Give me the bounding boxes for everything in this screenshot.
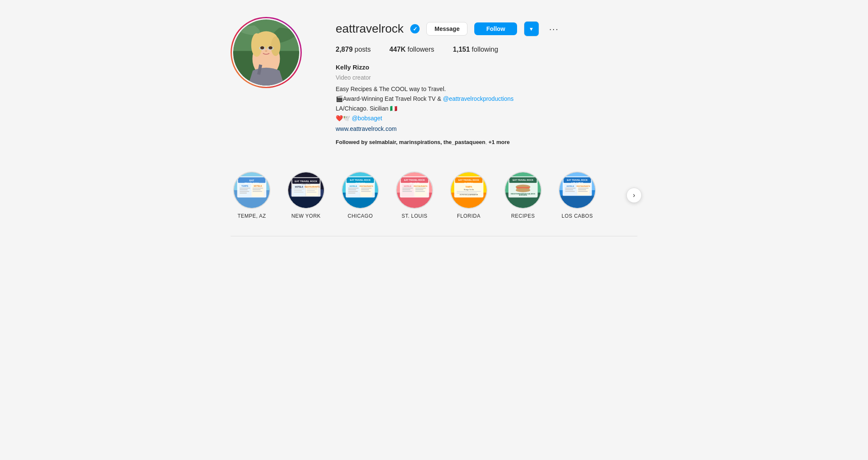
chevron-right-icon: › — [633, 191, 635, 199]
bio-name: Kelly Rizzo — [336, 63, 637, 72]
svg-rect-82 — [402, 191, 412, 192]
svg-text:BURGERS: BURGERS — [519, 194, 527, 196]
svg-rect-68 — [361, 189, 369, 190]
highlight-image-newyork: EAT TRAVEL ROCK New York HOTELS RESTAURA… — [288, 172, 324, 208]
avatar-ring[interactable] — [231, 17, 302, 88]
svg-rect-122 — [565, 188, 576, 188]
bio-category: Video creator — [336, 73, 637, 82]
highlight-stlouis[interactable]: EAT TRAVEL ROCK ST. LOUIS HOTELS RESTAUR… — [393, 172, 436, 219]
bio-website[interactable]: www.eattravelrock.com — [336, 124, 637, 134]
svg-point-9 — [271, 36, 280, 56]
bio-line2-text: 🎬Award-Winning Eat Travel Rock TV & — [336, 95, 441, 102]
svg-point-14 — [265, 50, 267, 52]
more-options-button[interactable]: ··· — [546, 22, 562, 36]
svg-text:EAT: EAT — [249, 179, 254, 182]
svg-rect-26 — [239, 191, 249, 192]
highlight-image-chicago: EAT TRAVEL ROCK CHICAGO HOTELS RESTAURAN… — [342, 172, 378, 208]
following-stat[interactable]: 1,151 following — [453, 46, 498, 53]
svg-rect-27 — [239, 193, 247, 194]
highlight-label-loscabos: LOS CABOS — [562, 213, 593, 219]
svg-rect-66 — [348, 193, 355, 194]
highlights-row: EAT TRAVEL ROCK TEMPE HOTELS — [231, 167, 637, 223]
svg-text:RESTAURANTS: RESTAURANTS — [414, 185, 427, 187]
followed-by-users[interactable]: selmablair, marinspirations, the_pastaqu… — [369, 139, 486, 145]
highlight-circle-stlouis: EAT TRAVEL ROCK ST. LOUIS HOTELS RESTAUR… — [396, 172, 433, 209]
highlight-image-stlouis: EAT TRAVEL ROCK ST. LOUIS HOTELS RESTAUR… — [397, 172, 432, 208]
section-divider — [231, 236, 637, 236]
svg-text:HOTELS: HOTELS — [350, 185, 357, 187]
message-button[interactable]: Message — [426, 22, 467, 36]
svg-point-12 — [260, 46, 264, 49]
followers-label-text: followers — [407, 46, 434, 53]
svg-rect-124 — [565, 191, 575, 192]
svg-text:Things To Do: Things To Do — [464, 189, 474, 191]
svg-rect-67 — [361, 188, 372, 188]
follow-button[interactable]: Follow — [474, 22, 517, 35]
posts-label-text: posts — [355, 46, 371, 53]
highlight-label-stlouis: ST. LOUIS — [401, 213, 427, 219]
highlight-image-tempe: EAT TRAVEL ROCK TEMPE HOTELS — [234, 172, 270, 208]
highlight-circle-newyork: EAT TRAVEL ROCK New York HOTELS RESTAURA… — [287, 172, 325, 209]
highlight-image-florida: EAT TRAVEL ROCK FLORIDA TAMPA Things To … — [451, 172, 487, 208]
highlight-label-florida: FLORIDA — [457, 213, 481, 219]
highlight-newyork[interactable]: EAT TRAVEL ROCK New York HOTELS RESTAURA… — [285, 172, 327, 219]
highlight-florida[interactable]: EAT TRAVEL ROCK FLORIDA TAMPA Things To … — [448, 172, 490, 219]
chevron-down-icon: ▾ — [530, 25, 533, 32]
followed-by-label: Followed by — [336, 139, 367, 145]
bio-mention2[interactable]: @bobsaget — [352, 115, 382, 122]
svg-text:EAT TRAVEL ROCK: EAT TRAVEL ROCK — [295, 180, 317, 183]
svg-rect-50 — [307, 188, 317, 189]
posts-stat[interactable]: 2,879 posts — [336, 46, 371, 53]
highlight-recipes[interactable]: EAT TRAVEL ROCK MEDITERRANEAN SALMON BUR… — [502, 172, 544, 219]
bio-mention1[interactable]: @eattravelrockproductions — [443, 95, 514, 102]
bio-line3: LA/Chicago. Sicilian 🇮🇹 — [336, 104, 637, 113]
svg-rect-64 — [348, 189, 356, 190]
svg-text:RESTAURANTS: RESTAURANTS — [359, 185, 373, 187]
avatar-container — [232, 18, 300, 87]
profile-header: eattravelrock ✓ Message Follow ▾ ··· 2,8… — [231, 17, 637, 146]
bio-line1: Easy Recipes & The COOL way to Travel. — [336, 85, 637, 94]
highlight-circle-chicago: EAT TRAVEL ROCK CHICAGO HOTELS RESTAURAN… — [342, 172, 379, 209]
svg-rect-63 — [348, 188, 359, 188]
following-count: 1,151 — [453, 46, 470, 53]
svg-text:EAT TRAVEL ROCK: EAT TRAVEL ROCK — [404, 179, 425, 181]
svg-rect-49 — [294, 192, 303, 193]
svg-text:RESTAURANTS: RESTAURANTS — [576, 185, 590, 187]
bio-line4: ❤️🕊️ @bobsaget — [336, 114, 637, 123]
verified-badge: ✓ — [410, 24, 420, 33]
avatar-image — [233, 19, 299, 86]
svg-text:ST.PETE/CLEARWATER: ST.PETE/CLEARWATER — [460, 194, 478, 196]
highlight-label-chicago: CHICAGO — [348, 213, 373, 219]
followed-by-more[interactable]: +1 more — [489, 139, 510, 145]
highlight-chicago[interactable]: EAT TRAVEL ROCK CHICAGO HOTELS RESTAURAN… — [339, 172, 381, 219]
svg-rect-123 — [565, 189, 573, 190]
svg-text:RESTAURANTS: RESTAURANTS — [304, 186, 320, 188]
highlights-section: EAT TRAVEL ROCK TEMPE HOTELS — [231, 167, 637, 223]
highlight-circle-florida: EAT TRAVEL ROCK FLORIDA TAMPA Things To … — [450, 172, 487, 209]
posts-count: 2,879 — [336, 46, 353, 53]
svg-text:HOTELS: HOTELS — [254, 185, 262, 187]
svg-rect-24 — [239, 188, 250, 188]
highlight-image-loscabos: EAT TRAVEL ROCK LOS CABOS HOTELS RESTAUR… — [559, 172, 595, 208]
svg-point-8 — [251, 33, 262, 57]
highlight-circle-loscabos: EAT TRAVEL ROCK LOS CABOS HOTELS RESTAUR… — [559, 172, 596, 209]
highlight-loscabos[interactable]: EAT TRAVEL ROCK LOS CABOS HOTELS RESTAUR… — [556, 172, 598, 219]
username-row: eattravelrock ✓ Message Follow ▾ ··· — [336, 21, 637, 36]
website-link[interactable]: www.eattravelrock.com — [336, 125, 397, 132]
profile-info: eattravelrock ✓ Message Follow ▾ ··· 2,8… — [336, 17, 637, 146]
followers-stat[interactable]: 447K followers — [389, 46, 434, 53]
svg-rect-29 — [253, 188, 263, 188]
highlight-image-recipes: EAT TRAVEL ROCK MEDITERRANEAN SALMON BUR… — [505, 172, 541, 208]
highlight-circle-tempe: EAT TRAVEL ROCK TEMPE HOTELS — [233, 172, 270, 209]
bio-line2: 🎬Award-Winning Eat Travel Rock TV & @eat… — [336, 94, 637, 103]
svg-text:EAT TRAVEL ROCK: EAT TRAVEL ROCK — [567, 179, 587, 181]
svg-rect-84 — [415, 189, 423, 190]
svg-text:TAMPA: TAMPA — [465, 186, 473, 188]
highlights-scroll-right-button[interactable]: › — [626, 188, 642, 203]
svg-text:HOTELS: HOTELS — [295, 186, 303, 188]
svg-point-107 — [516, 188, 530, 192]
follow-dropdown-button[interactable]: ▾ — [524, 21, 539, 36]
highlight-tempe[interactable]: EAT TRAVEL ROCK TEMPE HOTELS — [231, 172, 273, 219]
followers-count: 447K — [389, 46, 406, 53]
svg-rect-81 — [402, 189, 410, 190]
